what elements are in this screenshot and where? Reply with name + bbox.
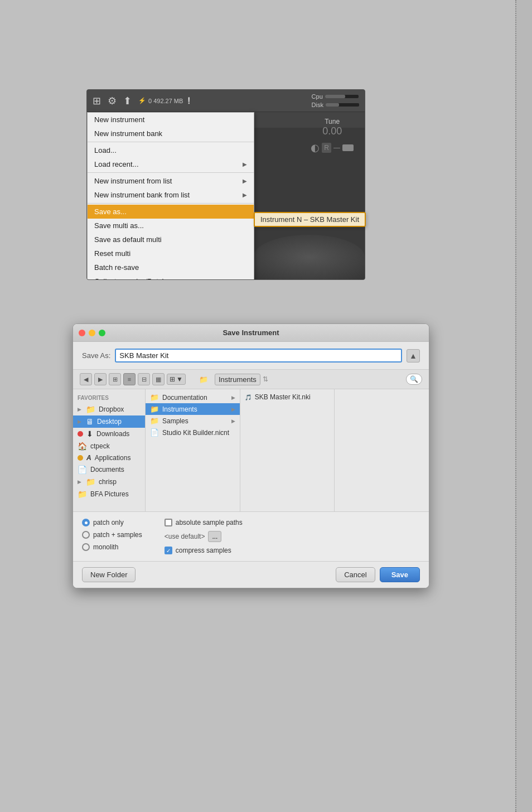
compress-option[interactable]: ✓ compress samples xyxy=(165,547,243,554)
menu-item-label: New instrument bank xyxy=(94,129,162,138)
file-column-1: 📁 Documentation ▶ 📁 Instruments ▶ 📁 Samp… xyxy=(146,389,240,511)
monolith-label: monolith xyxy=(93,543,118,551)
knob-icon[interactable]: ◐ xyxy=(311,142,320,154)
kontakt-section: ⊞ ⚙ ⬆ ⚡ 0 492.27 MB ❕ Cpu Disk xyxy=(86,89,410,280)
maximize-button[interactable] xyxy=(99,330,105,336)
list-view-button[interactable]: ≡ xyxy=(123,373,136,385)
save-dialog-window: Save Instrument Save As: ▲ ◀ ▶ ⊞ ≡ ⊟ ▦ ⊞… xyxy=(72,323,429,588)
menu-item-label: New instrument from list xyxy=(94,177,172,185)
menu-item-label: New instrument bank from list xyxy=(94,191,190,199)
sort-button[interactable]: ▲ xyxy=(407,349,420,362)
file-column-3 xyxy=(335,389,429,511)
tune-label: Tune xyxy=(311,118,354,125)
absolute-paths-label: absolute sample paths xyxy=(176,519,243,526)
dialog-bottom-buttons: New Folder Cancel Save xyxy=(73,562,429,588)
forward-button[interactable]: ▶ xyxy=(94,373,107,385)
patch-only-radio[interactable] xyxy=(82,519,90,526)
bfa-label: BFA Pictures xyxy=(90,490,129,498)
menu-item-save-multi-as[interactable]: Save multi as... xyxy=(88,219,254,233)
dialog-title: Save Instrument xyxy=(223,328,279,337)
close-button[interactable] xyxy=(79,330,85,336)
file-item-skb-master[interactable]: 🎵 SKB Master Kit.nki xyxy=(240,392,335,403)
chrisp-label: chrisp xyxy=(99,478,117,486)
compress-checkbox[interactable]: ✓ xyxy=(165,547,172,554)
menu-item-save-as[interactable]: Save as... xyxy=(88,205,254,219)
new-folder-button[interactable]: New Folder xyxy=(82,567,136,582)
documentation-arrow: ▶ xyxy=(231,395,235,400)
files-dropdown-menu: New instrument New instrument bank Load.… xyxy=(87,112,254,280)
monolith-radio[interactable] xyxy=(82,543,90,551)
sidebar-item-bfa-pictures[interactable]: 📁 BFA Pictures xyxy=(73,488,145,500)
menu-item-load[interactable]: Load... xyxy=(88,143,254,157)
sidebar-item-downloads[interactable]: ⬇ Downloads xyxy=(73,428,145,440)
back-button[interactable]: ◀ xyxy=(80,373,92,385)
sidebar-item-dropbox[interactable]: ▶ 📁 Dropbox xyxy=(73,403,145,415)
patch-only-option[interactable]: patch only xyxy=(82,519,142,526)
nki-icon: 🎵 xyxy=(245,394,252,400)
sidebar-item-ctpeck[interactable]: 🏠 ctpeck xyxy=(73,440,145,452)
menu-item-load-recent[interactable]: Load recent... xyxy=(88,157,254,171)
documentation-icon: 📁 xyxy=(150,393,159,402)
menu-item-new-instrument-bank[interactable]: New instrument bank xyxy=(88,127,254,141)
patch-samples-radio[interactable] xyxy=(82,531,90,539)
file-item-studio-kit[interactable]: 📄 Studio Kit Builder.nicnt xyxy=(146,427,240,438)
save-options-row: patch only patch + samples monolith abso… xyxy=(73,512,429,562)
menu-item-new-instrument[interactable]: New instrument xyxy=(88,113,254,127)
absolute-paths-checkbox[interactable] xyxy=(165,519,172,526)
save-as-input[interactable] xyxy=(115,349,402,362)
coverflow-button[interactable]: ▦ xyxy=(152,373,165,385)
file-item-samples[interactable]: 📁 Samples ▶ xyxy=(146,415,240,427)
dropbox-label: Dropbox xyxy=(99,405,124,413)
search-box[interactable]: 🔍 xyxy=(406,374,422,385)
memory-meter: ⚡ 0 492.27 MB ❕ xyxy=(138,97,305,104)
file-item-documentation[interactable]: 📁 Documentation ▶ xyxy=(146,392,240,403)
folder-sort-arrows[interactable]: ⇅ xyxy=(263,375,268,383)
purge-icon[interactable]: ⬆ xyxy=(123,95,132,107)
menu-item-save-default[interactable]: Save as default multi xyxy=(88,233,254,246)
use-default-text: <use default> xyxy=(165,533,205,540)
skb-master-label: SKB Master Kit.nki xyxy=(255,393,311,401)
menu-item-collect[interactable]: Collect samples/Batch compress xyxy=(88,274,254,280)
icon-view-button[interactable]: ⊞ xyxy=(109,373,121,385)
sidebar-item-chrisp[interactable]: ▶ 📁 chrisp xyxy=(73,476,145,488)
alert-icon: ❕ xyxy=(185,97,193,104)
dots-button[interactable]: ... xyxy=(208,531,221,542)
level-bar xyxy=(342,144,354,151)
chrisp-icon: 📁 xyxy=(86,477,95,486)
documents-label: Documents xyxy=(90,466,124,473)
cancel-button[interactable]: Cancel xyxy=(336,567,375,582)
menu-item-new-from-list[interactable]: New instrument from list xyxy=(88,174,254,188)
column-view-button[interactable]: ⊟ xyxy=(138,373,150,385)
sort-dropdown[interactable]: ⊞ ▼ xyxy=(167,374,186,385)
sidebar-item-desktop[interactable]: ▶ 🖥 Desktop xyxy=(73,415,145,428)
absolute-paths-option[interactable]: absolute sample paths xyxy=(165,519,243,526)
menu-item-batch-resave[interactable]: Batch re-save xyxy=(88,260,254,274)
folder-icon: 📁 xyxy=(199,375,208,384)
drum-image xyxy=(253,235,365,279)
minimize-button[interactable] xyxy=(89,330,95,336)
menu-item-label: Load recent... xyxy=(94,160,139,168)
patch-samples-option[interactable]: patch + samples xyxy=(82,531,142,539)
search-icon: 🔍 xyxy=(410,375,418,383)
save-button[interactable]: Save xyxy=(380,567,420,582)
sidebar-item-documents[interactable]: 📄 Documents xyxy=(73,463,145,476)
monolith-option[interactable]: monolith xyxy=(82,543,142,551)
applications-icon: A xyxy=(86,454,91,462)
options-icon[interactable]: ⚙ xyxy=(108,95,117,107)
favorites-label: FAVORITES xyxy=(73,394,145,403)
menu-item-new-bank-from-list[interactable]: New instrument bank from list xyxy=(88,188,254,202)
sidebar-item-applications[interactable]: A Applications xyxy=(73,452,145,463)
menu-item-label: New instrument xyxy=(94,115,144,124)
save-as-label: Save As: xyxy=(82,351,110,360)
use-default-row: <use default> ... xyxy=(165,531,243,542)
menu-item-reset-multi[interactable]: Reset multi xyxy=(88,246,254,260)
menu-item-label: Collect samples/Batch compress xyxy=(94,277,200,280)
studio-kit-icon: 📄 xyxy=(150,428,159,437)
menu-divider-1 xyxy=(88,142,254,142)
file-column-2: 🎵 SKB Master Kit.nki xyxy=(240,389,335,511)
tune-area: Tune 0.00 ◐ R — xyxy=(311,118,354,154)
desktop-icon: 🖥 xyxy=(86,417,94,426)
favorites-sidebar: FAVORITES ▶ 📁 Dropbox ▶ 🖥 Desktop ⬇ Down… xyxy=(73,389,146,511)
file-item-instruments[interactable]: 📁 Instruments ▶ xyxy=(146,403,240,415)
dash-icon: — xyxy=(333,144,340,152)
